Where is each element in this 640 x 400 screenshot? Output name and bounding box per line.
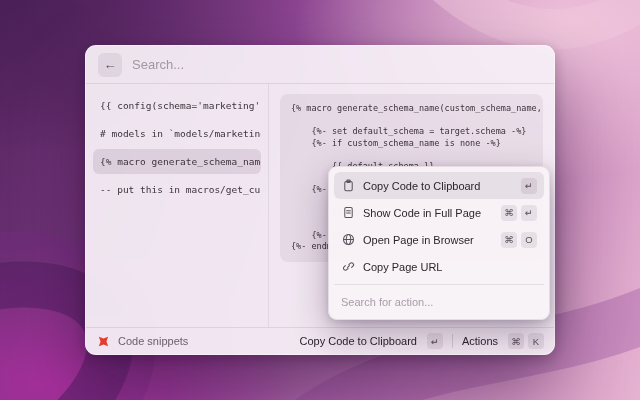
action-menu-item-shortcut: ⌘↵ bbox=[497, 205, 537, 221]
action-menu-item-shortcut: ↵ bbox=[517, 178, 537, 194]
globe-icon bbox=[341, 233, 355, 247]
code-snippets-app-icon bbox=[96, 334, 111, 349]
document-icon bbox=[341, 206, 355, 220]
snippet-list-item[interactable]: {% macro generate_schema_name(c… bbox=[93, 149, 261, 174]
action-menu-list: Copy Code to Clipboard ↵ Show Code in Fu… bbox=[334, 172, 544, 280]
footer-divider bbox=[452, 334, 453, 348]
footer-app-label: Code snippets bbox=[118, 335, 188, 347]
snippet-item-label: {% macro generate_schema_name(c… bbox=[100, 156, 261, 167]
footer-primary-action[interactable]: Copy Code to Clipboard bbox=[300, 335, 417, 347]
action-menu-item-label: Open Page in Browser bbox=[363, 234, 489, 246]
launcher-footer: Code snippets Copy Code to Clipboard ↵ A… bbox=[86, 327, 554, 354]
action-menu-item-label: Copy Code to Clipboard bbox=[363, 180, 509, 192]
action-search-input[interactable] bbox=[341, 296, 537, 308]
link-icon bbox=[341, 260, 355, 274]
back-arrow-icon: ← bbox=[104, 57, 117, 72]
snippet-list-item[interactable]: -- put this in macros/get_custom_sc… bbox=[93, 177, 261, 202]
launcher-window: ← {{ config(schema='marketing') }} sel… … bbox=[85, 45, 555, 355]
search-input[interactable] bbox=[132, 57, 542, 72]
snippet-list-item[interactable]: # models in `models/marketing/ will… bbox=[93, 121, 261, 146]
action-menu-item[interactable]: Show Code in Full Page ⌘↵ bbox=[334, 199, 544, 226]
action-menu-item-shortcut: ⌘O bbox=[497, 232, 537, 248]
launcher-header: ← bbox=[86, 46, 554, 84]
action-menu-item-label: Show Code in Full Page bbox=[363, 207, 489, 219]
action-search bbox=[334, 284, 544, 314]
snippet-list: {{ config(schema='marketing') }} sel… # … bbox=[86, 84, 268, 327]
snippet-list-item[interactable]: {{ config(schema='marketing') }} sel… bbox=[93, 93, 261, 118]
action-menu: Copy Code to Clipboard ↵ Show Code in Fu… bbox=[328, 166, 550, 320]
clipboard-icon bbox=[341, 179, 355, 193]
actions-button[interactable]: Actions bbox=[462, 335, 498, 347]
snippet-item-label: # models in `models/marketing/ will… bbox=[100, 128, 261, 139]
snippet-item-label: -- put this in macros/get_custom_sc… bbox=[100, 184, 261, 195]
action-menu-item[interactable]: Copy Page URL bbox=[334, 253, 544, 280]
snippet-item-label: {{ config(schema='marketing') }} sel… bbox=[100, 100, 261, 111]
actions-shortcut: ⌘K bbox=[504, 333, 544, 349]
action-menu-item-label: Copy Page URL bbox=[363, 261, 529, 273]
back-button[interactable]: ← bbox=[98, 53, 122, 77]
action-menu-item[interactable]: Open Page in Browser ⌘O bbox=[334, 226, 544, 253]
enter-key-badge: ↵ bbox=[427, 333, 443, 349]
action-menu-item[interactable]: Copy Code to Clipboard ↵ bbox=[334, 172, 544, 199]
